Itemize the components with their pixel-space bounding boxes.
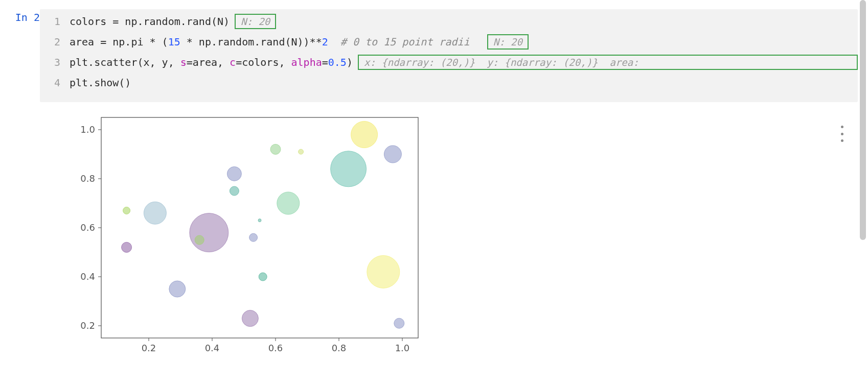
code-token: 0.5 <box>328 52 347 72</box>
inline-hint[interactable]: x: {ndarray: (20,)} y: {ndarray: (20,)} … <box>358 55 858 70</box>
svg-rect-0 <box>101 117 418 338</box>
svg-text:1.0: 1.0 <box>395 343 410 353</box>
svg-point-24 <box>299 149 304 154</box>
notebook: In 2 1 colors = np.random.rand(N) N: 20 … <box>0 0 868 357</box>
svg-point-40 <box>394 318 404 328</box>
code-token: 2 <box>322 32 328 52</box>
svg-text:0.4: 0.4 <box>205 343 220 353</box>
svg-point-22 <box>384 146 401 163</box>
code-token: = <box>322 52 328 72</box>
code-token: plt.show() <box>70 72 131 93</box>
code-line[interactable]: 2 area = np.pi * ( 15 * np.random.rand(N… <box>40 32 858 52</box>
line-number: 1 <box>40 11 70 32</box>
svg-point-29 <box>144 202 166 224</box>
code-token: ) <box>347 52 353 72</box>
scrollbar-track[interactable] <box>860 0 867 244</box>
line-number: 4 <box>40 72 70 93</box>
line-number: 2 <box>40 32 70 52</box>
svg-point-25 <box>331 151 367 187</box>
code-line[interactable]: 1 colors = np.random.rand(N) N: 20 <box>40 11 858 32</box>
output-area: 0.20.40.60.81.00.20.40.60.81.0 <box>0 112 868 357</box>
svg-point-33 <box>249 233 258 241</box>
more-options-icon[interactable] <box>835 124 849 144</box>
code-comment: # 0 to 15 point radii <box>328 32 482 52</box>
cell-prompt: In 2 <box>0 9 40 23</box>
chart-svg: 0.20.40.60.81.00.20.40.60.81.0 <box>60 112 428 357</box>
line-number: 3 <box>40 52 70 72</box>
code-token: =area, <box>187 52 230 72</box>
svg-point-36 <box>367 255 400 288</box>
svg-text:0.4: 0.4 <box>80 271 95 282</box>
svg-point-32 <box>190 213 229 252</box>
svg-point-27 <box>230 186 239 196</box>
code-token: s <box>180 52 187 72</box>
svg-point-34 <box>195 235 204 245</box>
code-token: colors = np.random.rand(N) <box>70 11 230 32</box>
svg-text:0.6: 0.6 <box>80 222 95 233</box>
svg-point-38 <box>169 281 186 297</box>
code-token: c <box>230 52 236 72</box>
svg-point-23 <box>270 144 281 154</box>
scatter-chart: 0.20.40.60.81.00.20.40.60.81.0 <box>60 112 428 357</box>
svg-point-31 <box>258 219 261 222</box>
svg-point-37 <box>259 273 267 281</box>
svg-text:0.6: 0.6 <box>268 343 283 353</box>
code-token: alpha <box>291 52 322 72</box>
inline-hint[interactable]: N: 20 <box>235 14 276 29</box>
code-editor[interactable]: 1 colors = np.random.rand(N) N: 20 2 are… <box>40 9 858 102</box>
svg-point-26 <box>227 166 241 181</box>
code-cell: In 2 1 colors = np.random.rand(N) N: 20 … <box>0 9 868 102</box>
code-token: area = np.pi * ( <box>70 32 168 52</box>
code-token: =colors, <box>236 52 291 72</box>
svg-point-28 <box>277 192 300 214</box>
code-token: 15 <box>168 32 180 52</box>
svg-text:0.2: 0.2 <box>80 320 95 331</box>
svg-text:0.8: 0.8 <box>80 173 95 184</box>
code-line[interactable]: 4 plt.show() <box>40 72 858 93</box>
svg-text:1.0: 1.0 <box>80 124 95 135</box>
svg-text:0.8: 0.8 <box>332 343 347 353</box>
svg-text:0.2: 0.2 <box>142 343 156 353</box>
svg-point-35 <box>122 242 132 252</box>
inline-hint[interactable]: N: 20 <box>487 34 529 50</box>
code-token: plt.scatter(x, y, <box>70 52 180 72</box>
code-token: * np.random.rand(N))** <box>180 32 322 52</box>
scrollbar-thumb[interactable] <box>860 0 866 240</box>
svg-point-39 <box>242 310 258 327</box>
svg-point-30 <box>123 207 130 214</box>
code-line[interactable]: 3 plt.scatter(x, y, s =area, c =colors, … <box>40 52 858 72</box>
svg-point-21 <box>351 122 378 148</box>
